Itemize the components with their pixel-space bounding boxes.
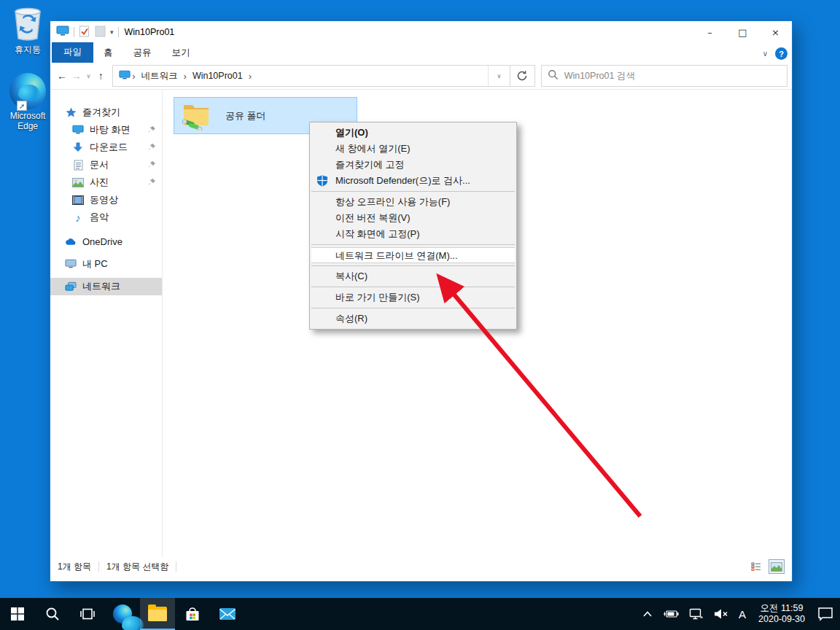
sidebar-item-quick-access[interactable]: 즐겨찾기 (50, 104, 162, 121)
titlebar[interactable]: ▾ Win10Pro01 – □ × (50, 21, 792, 43)
qat-separator (118, 27, 119, 37)
menu-item-map-network-drive[interactable]: 네트워크 드라이브 연결(M)... (311, 247, 515, 263)
recent-locations-icon[interactable]: ∨ (84, 73, 94, 79)
menu-item-pin-to-start[interactable]: 시작 화면에 고정(P) (310, 226, 516, 242)
taskbar: A 오전 11:59 2020-09-30 (0, 598, 840, 630)
menu-separator (311, 308, 515, 308)
this-pc-icon (65, 258, 77, 270)
maximize-button[interactable]: □ (726, 21, 759, 43)
file-explorer-icon (148, 607, 167, 621)
forward-button[interactable]: → (69, 70, 84, 82)
qat-customize-icon[interactable]: ▾ (110, 28, 114, 36)
edge-label: Microsoft Edge (1, 111, 54, 131)
task-view-button[interactable] (70, 598, 105, 630)
explorer-monitor-icon[interactable] (56, 26, 69, 39)
sidebar-item-pictures[interactable]: 사진 (50, 174, 162, 191)
address-dropdown-icon[interactable]: ∨ (488, 66, 510, 86)
menu-item-pin-quick-access[interactable]: 즐겨찾기에 고정 (310, 157, 516, 173)
status-bar: 1개 항목 1개 항목 선택함 (50, 557, 792, 576)
start-button[interactable] (0, 598, 35, 630)
search-box[interactable] (541, 65, 788, 87)
navigation-pane: 즐겨찾기 바탕 화면 다운로드 (50, 90, 163, 557)
sidebar-item-videos[interactable]: 동영상 (50, 191, 162, 209)
taskbar-mail-button[interactable] (210, 598, 245, 630)
menu-separator (311, 287, 515, 287)
defender-shield-icon (316, 175, 328, 192)
menu-separator (311, 265, 515, 266)
sidebar-item-network[interactable]: 네트워크 (50, 278, 162, 295)
videos-icon (72, 194, 84, 206)
menu-item-restore-previous[interactable]: 이전 버전 복원(V) (310, 210, 516, 226)
music-icon: ♪ (72, 211, 84, 223)
shortcut-arrow-icon: ➚ (17, 101, 27, 111)
sidebar-item-this-pc[interactable]: 내 PC (50, 255, 162, 273)
status-separator (98, 561, 99, 572)
pin-icon (148, 177, 156, 188)
taskbar-edge-button[interactable] (105, 598, 140, 630)
taskbar-store-button[interactable] (175, 598, 210, 630)
menu-item-create-shortcut[interactable]: 바로 가기 만들기(S) (310, 289, 516, 306)
recycle-bin-shortcut[interactable]: 휴지통 (1, 4, 54, 55)
onedrive-cloud-icon (65, 236, 77, 247)
up-button[interactable]: ↑ (93, 70, 108, 82)
status-separator (176, 561, 176, 572)
breadcrumb-separator: › (131, 71, 136, 82)
breadcrumb-separator: › (182, 71, 188, 82)
edge-icon: ➚ (9, 73, 46, 109)
menu-item-copy[interactable]: 복사(C) (310, 268, 516, 284)
sidebar-item-onedrive[interactable]: OneDrive (50, 233, 162, 250)
sidebar-item-documents[interactable]: 문서 (50, 156, 162, 174)
search-icon (548, 69, 559, 82)
menu-item-properties[interactable]: 속성(R) (310, 311, 516, 327)
menu-item-always-offline[interactable]: 항상 오프라인 사용 가능(F) (310, 194, 516, 210)
taskbar-file-explorer-button[interactable] (140, 598, 175, 630)
breadcrumb-network[interactable]: 네트워크 (137, 70, 182, 82)
details-view-icon[interactable] (748, 559, 764, 574)
taskbar-search-button[interactable] (35, 598, 70, 630)
search-input[interactable] (564, 71, 781, 81)
document-icon (72, 159, 84, 171)
sidebar-item-desktop[interactable]: 바탕 화면 (50, 121, 162, 139)
sidebar-item-downloads[interactable]: 다운로드 (50, 139, 162, 156)
location-monitor-icon (113, 70, 131, 82)
battery-icon[interactable] (659, 598, 682, 630)
large-icons-view-icon[interactable] (769, 559, 785, 574)
edge-shortcut[interactable]: ➚ Microsoft Edge (1, 73, 54, 131)
quick-access-star-icon (65, 106, 77, 118)
close-button[interactable]: × (759, 21, 792, 43)
system-tray: A 오전 11:59 2020-09-30 (639, 598, 840, 630)
tray-overflow-chevron-icon[interactable] (639, 598, 656, 630)
desktop: 휴지통 ➚ Microsoft Edge ▾ W (0, 0, 840, 630)
new-folder-icon[interactable] (95, 26, 106, 39)
network-tray-icon[interactable] (685, 598, 707, 630)
ribbon-collapse-icon[interactable]: ∨ (763, 50, 768, 58)
shared-folder-icon (180, 98, 212, 133)
ribbon-tabs: 파일 홈 공유 보기 ∨ ? (50, 43, 792, 63)
sidebar-item-music[interactable]: ♪ 음악 (50, 209, 162, 226)
pictures-icon (72, 176, 84, 188)
menu-item-open[interactable]: 열기(O) (310, 125, 516, 141)
tab-home[interactable]: 홈 (93, 44, 123, 63)
action-center-icon[interactable] (814, 598, 837, 630)
window-title: Win10Pro01 (125, 27, 175, 37)
pin-icon (148, 160, 156, 171)
volume-muted-icon[interactable] (710, 598, 732, 630)
pin-icon (148, 142, 156, 153)
refresh-button[interactable] (510, 65, 535, 87)
breadcrumb-host[interactable]: Win10Pro01 (188, 71, 247, 81)
menu-item-defender-scan[interactable]: Microsoft Defender(으)로 검사... (310, 173, 516, 189)
tab-share[interactable]: 공유 (123, 44, 162, 63)
ime-indicator[interactable]: A (735, 598, 750, 630)
address-bar[interactable]: › 네트워크 › Win10Pro01 › ∨ (112, 65, 510, 87)
properties-icon[interactable] (79, 26, 90, 39)
tab-view[interactable]: 보기 (162, 44, 201, 63)
context-menu: 열기(O) 새 창에서 열기(E) 즐겨찾기에 고정 Microsoft Def… (309, 122, 517, 330)
back-button[interactable]: ← (55, 70, 69, 82)
taskbar-clock[interactable]: 오전 11:59 2020-09-30 (752, 603, 811, 625)
menu-separator (311, 191, 515, 192)
recycle-bin-label: 휴지통 (1, 44, 54, 55)
tab-file[interactable]: 파일 (52, 42, 93, 63)
menu-item-open-new-window[interactable]: 새 창에서 열기(E) (310, 141, 516, 157)
minimize-button[interactable]: – (693, 21, 726, 43)
help-icon[interactable]: ? (775, 47, 788, 60)
